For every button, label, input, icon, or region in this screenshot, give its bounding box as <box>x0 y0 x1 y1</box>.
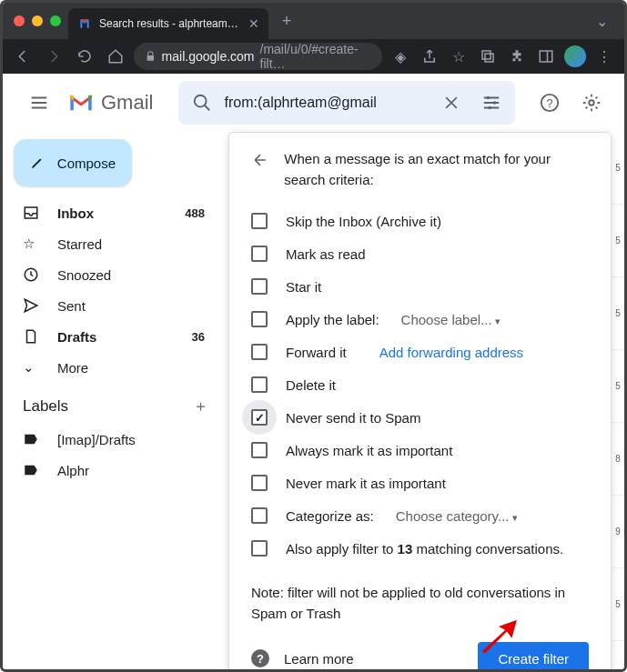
search-bar[interactable] <box>178 81 515 125</box>
sidebar-item-starred[interactable]: ☆ Starred <box>3 228 219 259</box>
sidebar-item-drafts[interactable]: Drafts 36 <box>3 321 219 352</box>
option-apply-label[interactable]: Apply the label: Choose label... <box>251 303 589 336</box>
option-label: Never send it to Spam <box>286 410 420 426</box>
profile-avatar[interactable] <box>562 44 588 69</box>
option-delete-it[interactable]: Delete it <box>251 368 589 401</box>
bookmark-icon[interactable]: ☆ <box>446 44 471 69</box>
clock-icon <box>23 266 41 283</box>
close-tab-icon[interactable]: ✕ <box>248 16 259 31</box>
browser-chrome: Search results - alphrteam@… ✕ + ⌄ mail.… <box>3 3 624 74</box>
sidepanel-icon[interactable] <box>533 44 559 69</box>
tab-strip: Search results - alphrteam@… ✕ + ⌄ <box>3 3 624 39</box>
nav-label: Starred <box>57 236 102 252</box>
svg-point-10 <box>589 100 594 105</box>
svg-text:?: ? <box>546 96 552 110</box>
search-icon[interactable] <box>184 85 220 121</box>
sidebar: Compose Inbox 488 ☆ Starred Snoozed Sent… <box>3 132 228 669</box>
star-icon: ☆ <box>23 236 41 252</box>
option-always-important[interactable]: Always mark it as important <box>251 434 589 466</box>
option-also-apply[interactable]: Also apply filter to 13 matching convers… <box>251 532 589 565</box>
gmail-header: Gmail ? <box>3 74 624 132</box>
checkbox[interactable] <box>251 246 268 262</box>
minimize-window[interactable] <box>32 15 43 26</box>
browser-menu-icon[interactable]: ⋮ <box>592 44 617 69</box>
option-categorize[interactable]: Categorize as: Choose category... <box>251 499 589 532</box>
main-menu-button[interactable] <box>17 81 61 125</box>
tabs-icon[interactable] <box>475 44 501 69</box>
sidebar-item-snoozed[interactable]: Snoozed <box>3 259 219 290</box>
nav-count: 488 <box>185 206 205 220</box>
address-bar[interactable]: mail.google.com/mail/u/0/#create-filt… <box>134 43 382 70</box>
also-apply-count: 13 <box>398 541 413 557</box>
option-forward-it[interactable]: Forward it Add forwarding address <box>251 336 589 368</box>
url-path: /mail/u/0/#create-filt… <box>260 43 371 70</box>
search-options-icon[interactable] <box>473 85 510 121</box>
option-label: Skip the Inbox (Archive it) <box>286 214 441 229</box>
checkbox[interactable] <box>251 442 268 458</box>
maximize-window[interactable] <box>50 15 61 26</box>
option-mark-read[interactable]: Mark as read <box>251 237 589 270</box>
also-apply-pre: Also apply filter to <box>286 541 398 557</box>
back-button[interactable] <box>10 44 35 69</box>
nav-label: More <box>57 360 88 376</box>
option-never-spam[interactable]: Never send it to Spam <box>251 401 589 434</box>
search-input[interactable] <box>224 95 430 111</box>
send-icon <box>23 297 41 314</box>
create-filter-button[interactable]: Create filter <box>478 642 589 672</box>
checkbox[interactable] <box>251 278 268 295</box>
help-icon: ? <box>540 93 560 113</box>
option-skip-inbox[interactable]: Skip the Inbox (Archive it) <box>251 205 589 237</box>
sidebar-item-sent[interactable]: Sent <box>3 290 219 321</box>
browser-tab[interactable]: Search results - alphrteam@… ✕ <box>68 8 268 39</box>
reload-button[interactable] <box>72 44 97 69</box>
compose-button[interactable]: Compose <box>14 139 132 186</box>
learn-more-link[interactable]: Learn more <box>284 651 354 667</box>
checkbox[interactable] <box>251 213 268 229</box>
label-dropdown[interactable]: Choose label... <box>401 312 501 327</box>
sidebar-label-alphr[interactable]: Alphr <box>3 455 219 486</box>
add-forwarding-link[interactable]: Add forwarding address <box>379 345 523 360</box>
support-button[interactable]: ? <box>531 85 568 121</box>
gmail-logo[interactable]: Gmail <box>68 91 153 115</box>
svg-rect-2 <box>540 51 552 62</box>
help-icon[interactable]: ? <box>251 649 269 667</box>
eye-icon[interactable]: ◈ <box>388 44 413 69</box>
option-star-it[interactable]: Star it <box>251 270 589 303</box>
sidebar-label-imap-drafts[interactable]: [Imap]/Drafts <box>3 424 219 455</box>
tabs-dropdown-icon[interactable]: ⌄ <box>587 13 617 30</box>
bg-row-frag: 5 <box>612 350 624 423</box>
option-label: Forward it <box>286 345 347 360</box>
sidebar-item-inbox[interactable]: Inbox 488 <box>3 197 219 228</box>
back-arrow-button[interactable] <box>251 149 269 190</box>
label-icon <box>23 431 41 447</box>
checkbox[interactable] <box>251 507 268 524</box>
filter-panel: When a message is an exact match for you… <box>228 132 612 672</box>
new-tab-button[interactable]: + <box>274 8 299 34</box>
inbox-icon <box>23 205 41 221</box>
close-window[interactable] <box>14 15 25 26</box>
bg-row-frag: 5 <box>612 277 624 350</box>
extensions-icon[interactable] <box>504 44 530 69</box>
option-label: Also apply filter to 13 matching convers… <box>286 541 563 557</box>
option-never-important[interactable]: Never mark it as important <box>251 466 589 499</box>
add-label-button[interactable]: ＋ <box>193 396 208 416</box>
checkbox[interactable] <box>251 344 268 360</box>
checkbox[interactable] <box>251 311 268 327</box>
home-button[interactable] <box>103 44 128 69</box>
category-dropdown[interactable]: Choose category... <box>396 508 518 524</box>
gmail-favicon-icon <box>77 16 92 31</box>
chevron-down-icon: ⌄ <box>23 359 41 376</box>
option-label: Star it <box>286 279 321 295</box>
bg-row-frag: 9 <box>612 496 624 568</box>
settings-button[interactable] <box>573 85 610 121</box>
checkbox[interactable] <box>251 475 268 491</box>
clear-search-icon[interactable] <box>433 85 470 121</box>
share-icon[interactable] <box>417 44 442 69</box>
checkbox[interactable] <box>251 376 268 393</box>
sidebar-item-more[interactable]: ⌄ More <box>3 352 219 383</box>
nav-label: Snoozed <box>57 267 111 283</box>
checkbox[interactable] <box>251 540 268 557</box>
hamburger-icon <box>29 93 49 113</box>
checkbox-checked[interactable] <box>251 409 268 426</box>
forward-button[interactable] <box>41 44 66 69</box>
